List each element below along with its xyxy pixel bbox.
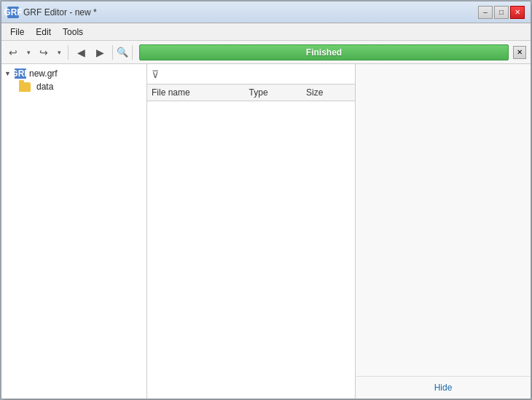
preview-content — [356, 64, 531, 376]
hide-button[interactable]: Hide — [434, 383, 453, 393]
window-close-button[interactable]: ✕ — [510, 6, 525, 19]
menu-file[interactable]: File — [4, 25, 30, 39]
toolbar-separator-3 — [132, 45, 133, 60]
progress-close-button[interactable]: ✕ — [513, 46, 526, 59]
grf-icon: GRF — [15, 68, 26, 79]
toolbar-separator-1 — [68, 45, 69, 60]
redo-button[interactable]: ↪ — [35, 44, 52, 61]
tree-panel: ▼ GRF new.grf data — [1, 64, 147, 399]
tree-data-folder[interactable]: data — [19, 80, 144, 93]
minimize-button[interactable]: – — [478, 6, 493, 19]
filter-icon[interactable]: ⊽ — [152, 68, 159, 80]
toolbar-separator-2 — [112, 45, 113, 60]
redo-dropdown-button[interactable]: ▾ — [54, 44, 64, 61]
maximize-button[interactable]: □ — [494, 6, 509, 19]
title-bar-controls: – □ ✕ — [478, 6, 525, 19]
col-filename[interactable]: File name — [147, 85, 245, 101]
preview-footer: Hide — [356, 376, 531, 399]
progress-bar: Finished — [139, 44, 509, 60]
file-panel: ⊽ File name Type Size — [147, 64, 356, 399]
folder-icon — [19, 82, 31, 92]
preview-panel: Hide — [356, 64, 531, 399]
tree-root-item[interactable]: ▼ GRF new.grf — [4, 67, 144, 80]
file-toolbar: ⊽ — [147, 64, 355, 85]
prev-button[interactable]: ◀ — [72, 44, 90, 61]
title-bar: GRF GRF Editor - new * – □ ✕ — [1, 1, 531, 23]
undo-button[interactable]: ↩ — [4, 44, 22, 61]
menu-tools[interactable]: Tools — [57, 25, 89, 39]
progress-text: Finished — [306, 47, 342, 58]
toolbar: ↩ ▾ ↪ ▾ ◀ ▶ 🔍 Finished ✕ — [1, 41, 531, 64]
app-icon: GRF — [7, 7, 19, 18]
col-type[interactable]: Type — [245, 85, 302, 101]
main-window: GRF GRF Editor - new * – □ ✕ File Edit T… — [1, 1, 531, 399]
tree-children: data — [4, 80, 144, 93]
undo-dropdown-button[interactable]: ▾ — [23, 44, 34, 61]
zoom-button[interactable]: 🔍 — [117, 47, 128, 58]
menu-bar: File Edit Tools — [1, 23, 531, 41]
title-bar-left: GRF GRF Editor - new * — [7, 7, 97, 18]
next-button[interactable]: ▶ — [91, 44, 109, 61]
menu-edit[interactable]: Edit — [30, 25, 57, 39]
file-table: File name Type Size — [147, 85, 355, 399]
col-size[interactable]: Size — [302, 85, 355, 101]
window-title: GRF Editor - new * — [23, 7, 97, 17]
main-content: ▼ GRF new.grf data ⊽ — [1, 64, 531, 399]
tree-folder-label: data — [36, 82, 53, 92]
tree-root-label: new.grf — [29, 68, 58, 79]
